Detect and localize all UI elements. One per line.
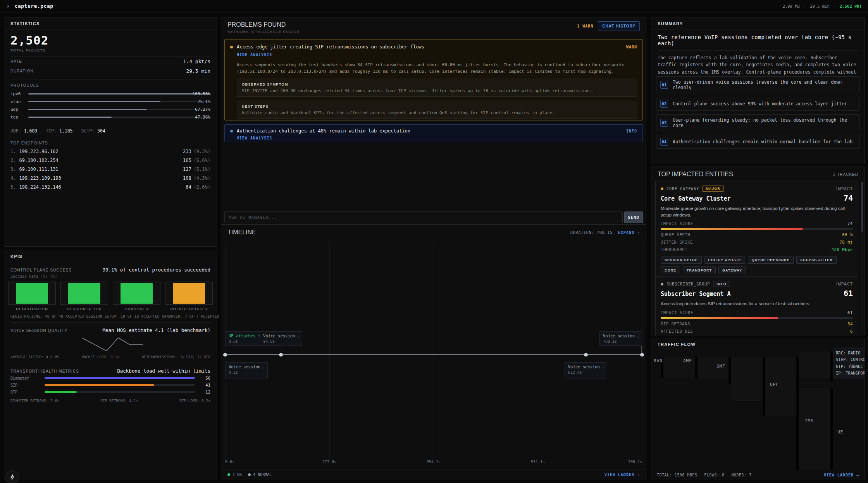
- chat-history-button[interactable]: CHAT HISTORY: [598, 21, 640, 31]
- udp-count-value: 1,683: [24, 128, 38, 134]
- tag-chip[interactable]: TRANSPORT: [683, 266, 716, 274]
- protocol-bar: [28, 93, 210, 95]
- endpoint-row[interactable]: 3. 69.100.111.131 127(5.1%): [4, 165, 217, 174]
- tag-chip[interactable]: ACCESS JITTER: [796, 256, 837, 264]
- scrollbar-thumb[interactable]: [861, 182, 863, 232]
- retransmissions-stat: RETRANSMISSIONS: 34 SIP, 12 RTP: [142, 355, 210, 359]
- impact-score-value: 74: [847, 222, 853, 226]
- kpi-bar-registration: [8, 282, 56, 305]
- timeline-dot[interactable]: [279, 353, 283, 357]
- event-time: 94.8s: [263, 339, 299, 344]
- top-endpoints-label: TOP ENDPOINTS: [4, 137, 217, 148]
- send-button[interactable]: SEND: [624, 211, 643, 223]
- legend-rrc: RRC: RADIO: [836, 350, 861, 356]
- timeline-event[interactable]: Voice session … 612.4s: [565, 362, 607, 378]
- item-text: User-plane forwarding steady; no packet …: [673, 117, 856, 128]
- view-analysis-link[interactable]: VIEW ANALYSIS: [237, 136, 272, 140]
- tag-chip[interactable]: POLICY UPDATE: [704, 256, 745, 264]
- control-plane-label: CONTROL PLANE SUCCESS: [10, 268, 72, 272]
- rtp-loss-stat: RTP LOSS: 0.2%: [179, 399, 210, 403]
- kpi-bar-session-setup: [60, 282, 108, 305]
- flow-ribbon-upper[interactable]: [799, 352, 830, 378]
- total-packets-value: 2,502: [4, 29, 217, 47]
- timeline-event[interactable]: Voice session … 94.8s: [260, 331, 302, 346]
- item-number-badge: 03: [660, 119, 668, 127]
- endpoint-row[interactable]: 2. 69.100.102.254 165(6.6%): [4, 156, 217, 165]
- problem-card-warn[interactable]: Access edge jitter creating SIP retransm…: [224, 39, 643, 120]
- gridline: [642, 242, 642, 460]
- flow-ribbon-gtp[interactable]: [731, 358, 763, 401]
- endpoint-row[interactable]: 1. 199.223.96.162 233(9.3%): [4, 148, 217, 156]
- endpoint-rank: 1.: [10, 149, 16, 154]
- expand-link[interactable]: EXPAND →: [618, 230, 640, 235]
- axis-tick: 177.0s: [322, 460, 336, 464]
- protocol-pct: 67.27%: [195, 107, 210, 112]
- summary-item: 03 User-plane forwarding steady; no pack…: [656, 114, 860, 131]
- nodes-count: NODES: 7: [732, 473, 752, 477]
- endpoint-pct: (6.6%): [194, 158, 210, 163]
- ask-ai-input[interactable]: [224, 211, 623, 223]
- capture-file-title: capture.pcap: [15, 3, 53, 9]
- entity-card-subscriber-segment[interactable]: SUBSCRIBER_GROUP INFO IMPACT Subscriber …: [655, 276, 858, 335]
- tag-chip[interactable]: QUEUE PRESSURE: [748, 256, 794, 264]
- gridline: [225, 242, 226, 460]
- timeline-dot[interactable]: [584, 353, 588, 357]
- impact-score-bar: [661, 228, 853, 230]
- impact-score-label: IMPACT SCORE: [661, 311, 693, 315]
- transport-value: 56: [195, 376, 210, 380]
- timeline-axis-labels: 0.0s 177.0s 354.1s 531.1s 708.1s: [225, 460, 642, 466]
- entities-scrollbar[interactable]: [861, 182, 863, 333]
- timeline-dot[interactable]: [223, 353, 227, 357]
- sankey-node-ims[interactable]: [796, 357, 799, 471]
- quick-actions-fab[interactable]: [5, 470, 19, 483]
- protocol-name: udp: [10, 107, 28, 112]
- transport-name: SIP: [10, 383, 45, 387]
- protocol-bar: [28, 117, 210, 118]
- hide-analysis-link[interactable]: HIDE ANALYSIS: [237, 53, 272, 57]
- metric-label: SIP RETRANS: [661, 321, 690, 326]
- kpi-bar-policy-updates: [165, 282, 213, 305]
- node-label-ims: IMS: [805, 418, 814, 423]
- legend-label: 4 NORMAL: [253, 473, 272, 477]
- problems-title: PROBLEMS FOUND: [227, 21, 300, 28]
- transport-counts: UDP: 1,683 TCP: 1,185 SCTP: 304: [4, 125, 217, 137]
- tag-chip[interactable]: SESSION SETUP: [661, 256, 702, 264]
- ok-dot-icon: [227, 473, 230, 476]
- flow-ribbon-lower[interactable]: [799, 388, 830, 471]
- endpoint-row[interactable]: 4. 199.223.109.193 108(4.3%): [4, 174, 217, 183]
- success-rate-chart: [4, 281, 217, 306]
- sankey-node-amf[interactable]: [695, 357, 698, 378]
- mos-sparkline: [4, 334, 217, 354]
- endpoint-ip: 199.223.109.193: [19, 175, 61, 181]
- kpi-bar-label: SESSION SETUP: [60, 307, 108, 311]
- impact-label: IMPACT: [836, 187, 853, 191]
- timeline-event[interactable]: Voice session … 708.1s: [599, 331, 642, 346]
- view-ladder-link[interactable]: VIEW LADDER →: [604, 473, 640, 477]
- endpoint-ip: 69.100.111.131: [19, 167, 58, 172]
- sankey-node-smf[interactable]: [728, 357, 731, 384]
- chevron-right-icon[interactable]: ›: [6, 3, 10, 9]
- sctp-count-label: SCTP:: [81, 128, 95, 134]
- problem-card-info[interactable]: Authentication challenges at 48% remain …: [224, 124, 643, 142]
- metric-value: 68 %: [842, 232, 853, 237]
- item-text: Two user-driven voice sessions traverse …: [673, 79, 856, 90]
- dot-separator: ·: [804, 4, 806, 9]
- timeline-event[interactable]: Voice session … 0.2s: [225, 362, 268, 378]
- sankey-node-ue-lower[interactable]: [830, 388, 833, 471]
- summary-title: SUMMARY: [658, 21, 683, 26]
- view-ladder-link[interactable]: VIEW LADDER →: [824, 473, 859, 477]
- metric-value: 420 Mbps: [832, 247, 853, 252]
- voice-quality-value: Mean MOS estimate 4.1 (lab benchmark): [103, 327, 210, 333]
- summary-item: 02 Control-plane success above 99% with …: [656, 97, 860, 111]
- endpoint-pct: (5.1%): [194, 167, 210, 172]
- duration-value: 29.5 min: [186, 68, 210, 74]
- tag-chip[interactable]: GATEWAY: [718, 266, 746, 274]
- endpoint-row[interactable]: 5. 198.224.132.146 64(2.6%): [4, 183, 217, 192]
- timeline-dot[interactable]: [640, 353, 644, 357]
- node-label-amf: AMF: [683, 358, 692, 363]
- entity-card-core-gateway[interactable]: CORE_GATEWAY MAJOR IMPACT Core Gateway C…: [655, 181, 858, 279]
- sankey-node-upf[interactable]: [763, 357, 765, 416]
- tag-chip[interactable]: CORE: [661, 266, 680, 274]
- transport-name: Diameter: [10, 376, 45, 380]
- rate-label: RATE: [10, 59, 22, 64]
